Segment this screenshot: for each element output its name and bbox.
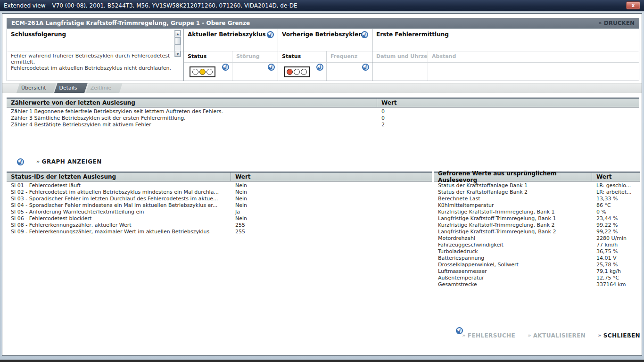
table-row: Gesamtstrecke337164 km bbox=[434, 281, 640, 288]
row-value: 86 °C bbox=[592, 202, 611, 209]
window-close-button[interactable]: x bbox=[626, 1, 640, 9]
info-icon[interactable]: i bbox=[316, 64, 323, 71]
print-button-label: DRUCKEN bbox=[604, 20, 635, 26]
table-row: Zähler 1 Begonnene fehlerfreie Betriebsz… bbox=[7, 108, 639, 115]
table-row: Kurzfristige Kraftstoff-Trimmregelung, B… bbox=[434, 222, 640, 229]
scroll-up-icon[interactable] bbox=[175, 31, 181, 36]
row-value: 99,22 % bbox=[592, 229, 618, 235]
print-button[interactable]: DRUCKEN bbox=[599, 20, 635, 26]
status-light-red bbox=[287, 69, 293, 75]
current-fault-label: Störung bbox=[232, 51, 278, 62]
row-label: Kurzfristige Kraftstoff-Trimmregelung, B… bbox=[434, 209, 592, 215]
scroll-track[interactable] bbox=[175, 36, 181, 51]
refresh-button[interactable]: AKTUALISIEREN bbox=[528, 332, 586, 339]
row-label: Turboladedruck bbox=[434, 248, 592, 255]
info-icon[interactable]: i bbox=[267, 31, 274, 38]
conclusion-scrollbar[interactable] bbox=[174, 30, 181, 57]
row-label: SI 09 - Fehlererkennungszähler, maximale… bbox=[7, 229, 231, 235]
tab-zeitlinie[interactable]: Zeitlinie bbox=[86, 83, 119, 93]
row-value: Nein bbox=[231, 182, 247, 189]
tab-details[interactable]: Details bbox=[54, 83, 84, 93]
dtc-header-bar: ECM-261A Langfristige Kraftstoff-Trimmre… bbox=[7, 18, 639, 28]
status-ids-title: Status-IDs der letzten Auslesung bbox=[7, 173, 231, 181]
row-value: LR: arbeitet... bbox=[592, 189, 632, 196]
fault-tracing-button[interactable]: FEHLERSUCHE bbox=[462, 332, 515, 339]
table-row: Fahrzeuggeschwindigkeit77 km/h bbox=[434, 242, 640, 248]
row-label: SI 03 - Sporadischer Fehler im letzten D… bbox=[7, 196, 231, 202]
table-row: Langfristige Kraftstoff-Trimmregelung, B… bbox=[434, 229, 640, 235]
info-icon[interactable]: i bbox=[362, 64, 369, 71]
row-value: 14,01 V bbox=[592, 255, 617, 262]
row-label: Drosselklappenwinkel, Sollwert bbox=[434, 262, 592, 268]
vehicle-info-text: V70 (00-08), 2001, B5244T3, M56, YV1SW58… bbox=[52, 2, 297, 9]
tab-details-label: Details bbox=[59, 85, 77, 91]
row-label: Batteriespannung bbox=[434, 255, 592, 262]
row-label: Status der Kraftstoffanlage Bank 2 bbox=[434, 189, 592, 196]
tab-uebersicht[interactable]: Übersicht bbox=[17, 83, 53, 93]
table-row: Drosselklappenwinkel, Sollwert25,78 % bbox=[434, 262, 640, 268]
graph-row: i GRAPH ANZEIGEN bbox=[17, 157, 102, 166]
row-label: Kurzfristige Kraftstoff-Trimmregelung, B… bbox=[434, 222, 592, 229]
info-icon[interactable]: i bbox=[268, 64, 275, 71]
previous-cycles-panel: Vorherige Betriebszyklen i Status Freque… bbox=[278, 29, 372, 81]
distance-cell bbox=[428, 63, 639, 81]
row-value: 36,75 % bbox=[592, 248, 618, 255]
row-value: Nein bbox=[231, 196, 247, 202]
counter-table-title: Zählerwerte von der letzten Auslesung bbox=[7, 99, 377, 107]
status-light-yellow bbox=[199, 69, 206, 75]
status-light-off bbox=[192, 69, 198, 75]
row-label: Berechnete Last bbox=[434, 196, 592, 202]
status-ids-body: SI 01 - Fehlercodetest läuftNeinSI 02 - … bbox=[7, 181, 432, 235]
extended-view-window: Extended view V70 (00-08), 2001, B5244T3… bbox=[0, 0, 644, 362]
fault-tracing-chevron-icon bbox=[462, 333, 466, 338]
row-label: Zähler 3 Sämtliche Betriebszyklen seit d… bbox=[7, 115, 377, 122]
row-value: 255 bbox=[231, 229, 245, 235]
date-time-label: Datum und Uhrzeit bbox=[372, 51, 428, 62]
row-label: Zähler 4 Bestätigte Betriebszyklen mit a… bbox=[7, 122, 377, 128]
row-value: 13,33 % bbox=[592, 196, 618, 202]
info-icon[interactable]: i bbox=[17, 158, 24, 165]
row-value: 255 bbox=[231, 222, 245, 229]
row-label: Langfristige Kraftstoff-Trimmregelung, B… bbox=[434, 229, 592, 235]
close-dialog-button[interactable]: SCHLIEßEN bbox=[598, 332, 640, 339]
row-value: 12,75 °C bbox=[592, 275, 619, 281]
row-value: 79,1 kg/h bbox=[592, 268, 621, 275]
current-cycle-panel: Aktueller Betriebszyklus i Status Störun… bbox=[183, 29, 278, 81]
row-label: Zähler 1 Begonnene fehlerfreie Betriebsz… bbox=[7, 108, 377, 115]
table-row: Motordrehzahl2280 U/min bbox=[434, 235, 640, 242]
row-label: SI 01 - Fehlercodetest läuft bbox=[7, 182, 231, 189]
print-chevron-icon bbox=[599, 21, 602, 25]
table-row: Turboladedruck36,75 % bbox=[434, 248, 640, 255]
row-label: SI 02 - Fehlercodetest im aktuellen Betr… bbox=[7, 189, 231, 196]
info-icon[interactable]: i bbox=[222, 64, 229, 71]
row-label: Gesamtstrecke bbox=[434, 281, 592, 288]
previous-cycles-title-text: Vorherige Betriebszyklen bbox=[282, 31, 363, 38]
frozen-values-title: Gefrorene Werte aus ursprünglichem Ausle… bbox=[434, 173, 592, 181]
fault-tracing-label: FEHLERSUCHE bbox=[468, 332, 515, 339]
row-label: Außentemperatur bbox=[434, 275, 592, 281]
table-row: SI 09 - Fehlererkennungszähler, maximale… bbox=[7, 229, 432, 235]
previous-status-cell: i bbox=[278, 63, 326, 81]
row-value: 23,44 % bbox=[592, 215, 618, 222]
show-graph-button[interactable]: GRAPH ANZEIGEN bbox=[36, 158, 102, 165]
table-row: Kurzfristige Kraftstoff-Trimmregelung, B… bbox=[434, 209, 640, 215]
row-label: Motordrehzahl bbox=[434, 235, 592, 242]
previous-frequency-cell: i bbox=[326, 63, 372, 81]
table-row: Zähler 4 Bestätigte Betriebszyklen mit a… bbox=[7, 122, 639, 128]
tab-strip: Übersicht Details Zeitlinie bbox=[2, 83, 642, 93]
current-status-cell: i bbox=[184, 63, 232, 81]
counter-table-value-header: Wert bbox=[377, 99, 397, 106]
row-value: 99,22 % bbox=[592, 222, 618, 229]
scroll-thumb[interactable] bbox=[175, 37, 181, 45]
current-fault-cell: i bbox=[232, 63, 278, 81]
row-value: 77 km/h bbox=[592, 242, 618, 248]
table-row: Kühlmitteltemperatur86 °C bbox=[434, 202, 640, 209]
current-cycle-title: Aktueller Betriebszyklus i bbox=[184, 29, 278, 51]
conclusion-text: Fehler während früherer Betriebszyklen d… bbox=[7, 51, 183, 81]
counter-table-header: Zählerwerte von der letzten Auslesung We… bbox=[7, 98, 639, 107]
counter-table: Zählerwerte von der letzten Auslesung We… bbox=[7, 98, 639, 128]
counter-table-body: Zähler 1 Begonnene fehlerfreie Betriebsz… bbox=[7, 107, 639, 128]
current-cycle-title-text: Aktueller Betriebszyklus bbox=[188, 31, 266, 38]
scroll-down-icon[interactable] bbox=[175, 51, 181, 57]
info-icon[interactable]: i bbox=[361, 31, 368, 38]
